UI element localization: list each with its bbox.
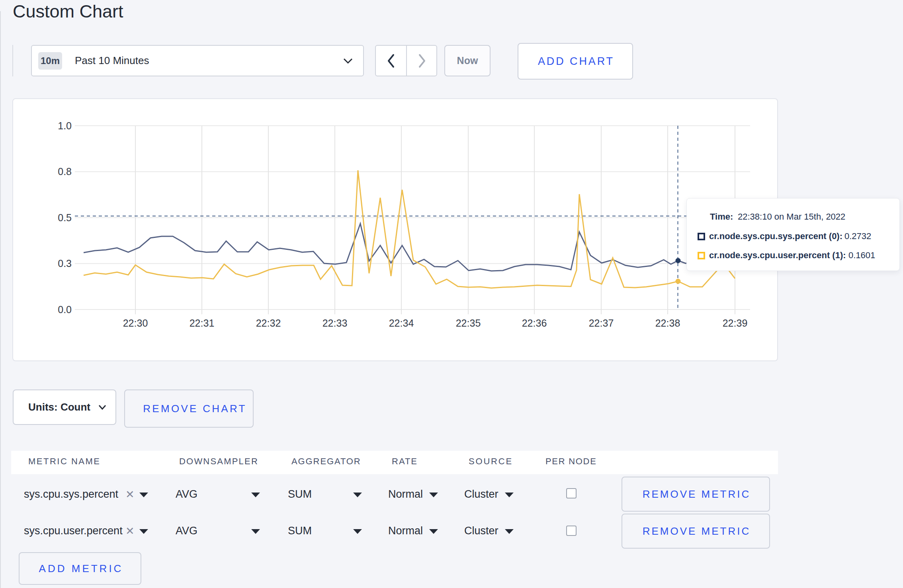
svg-text:22:39: 22:39 — [723, 317, 748, 329]
svg-text:0.8: 0.8 — [58, 166, 72, 177]
svg-text:22:35: 22:35 — [456, 317, 481, 329]
svg-text:22:30: 22:30 — [123, 317, 148, 329]
svg-text:22:33: 22:33 — [322, 317, 348, 329]
svg-text:22:38: 22:38 — [655, 317, 680, 329]
svg-text:0.3: 0.3 — [58, 258, 72, 269]
svg-text:22:31: 22:31 — [190, 317, 215, 329]
svg-text:22:32: 22:32 — [256, 317, 281, 329]
svg-text:22:36: 22:36 — [522, 317, 547, 329]
svg-text:0.5: 0.5 — [58, 212, 72, 223]
svg-text:1.0: 1.0 — [58, 120, 72, 131]
svg-text:0.0: 0.0 — [58, 304, 72, 315]
svg-text:22:37: 22:37 — [589, 317, 614, 329]
svg-text:22:34: 22:34 — [389, 317, 414, 329]
